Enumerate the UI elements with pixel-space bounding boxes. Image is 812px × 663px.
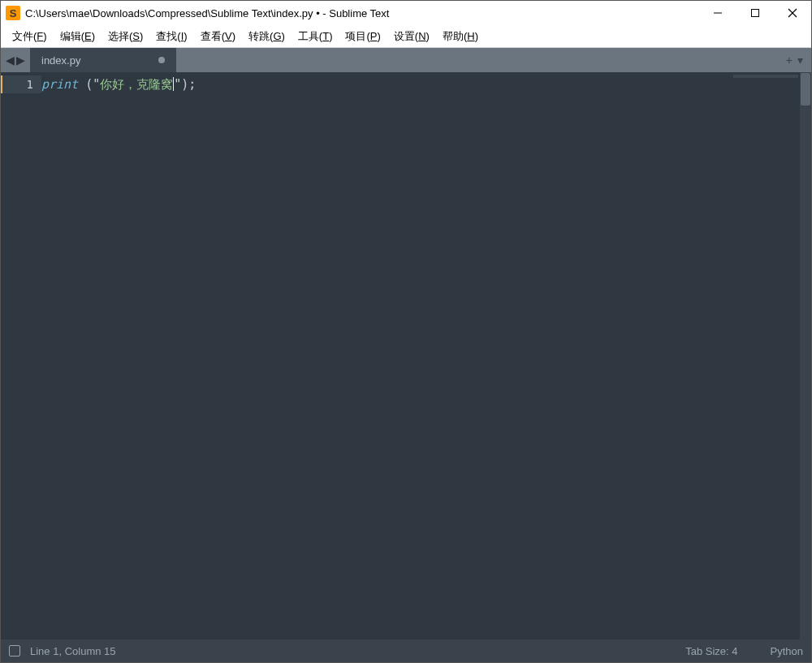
status-syntax[interactable]: Python — [771, 645, 803, 657]
vertical-scrollbar[interactable] — [800, 72, 811, 639]
window-controls — [699, 1, 811, 25]
token-function: print — [41, 77, 78, 92]
tab-index-py[interactable]: index.py — [30, 48, 176, 72]
menubar: 文件(F) 编辑(E) 选择(S) 查找(I) 查看(V) 转跳(G) 工具(T… — [1, 25, 811, 48]
tab-dropdown-icon[interactable]: ▾ — [797, 54, 803, 67]
token-quote-open: " — [93, 77, 100, 92]
status-bar: Line 1, Column 15 Tab Size: 4 Python — [1, 639, 811, 662]
token-quote-close: " — [174, 77, 181, 92]
menu-preferences[interactable]: 设置(N) — [389, 28, 434, 45]
editor: 1 print ("你好，克隆窝"); — [1, 72, 811, 639]
menu-edit[interactable]: 编辑(E) — [55, 28, 100, 45]
tab-bar: ◀ ▶ index.py + ▾ — [1, 48, 811, 72]
minimize-button[interactable] — [699, 1, 736, 25]
menu-view[interactable]: 查看(V) — [196, 28, 240, 45]
code-line-1: print ("你好，克隆窝"); — [41, 75, 811, 93]
menu-selection[interactable]: 选择(S) — [103, 28, 148, 45]
nav-back-icon[interactable]: ◀ — [6, 54, 15, 67]
tab-label: index.py — [41, 54, 80, 67]
scrollbar-thumb[interactable] — [801, 73, 810, 105]
line-number: 1 — [1, 75, 41, 93]
app-icon-letter: S — [10, 7, 17, 19]
status-position[interactable]: Line 1, Column 15 — [30, 645, 653, 657]
window-title: C:\Users\mae\Downloads\Compressed\Sublim… — [25, 7, 699, 19]
menu-goto[interactable]: 转跳(G) — [244, 28, 290, 45]
app-window: S C:\Users\mae\Downloads\Compressed\Subl… — [0, 0, 812, 663]
app-icon: S — [6, 6, 20, 20]
maximize-button[interactable] — [736, 1, 774, 25]
minimap[interactable] — [733, 75, 798, 78]
status-tab-size[interactable]: Tab Size: 4 — [685, 645, 737, 657]
svg-rect-1 — [752, 10, 759, 17]
menu-file[interactable]: 文件(F) — [7, 28, 52, 45]
token-paren-open: ( — [85, 77, 93, 92]
menu-tools[interactable]: 工具(T) — [293, 28, 338, 45]
menu-help[interactable]: 帮助(H) — [438, 28, 483, 45]
token-string: 你好，克隆窝 — [100, 77, 173, 92]
new-tab-icon[interactable]: + — [786, 54, 793, 67]
close-button[interactable] — [774, 1, 811, 25]
gutter[interactable]: 1 — [1, 72, 41, 639]
maximize-icon — [750, 8, 760, 18]
tab-nav-arrows: ◀ ▶ — [1, 48, 30, 72]
code-area[interactable]: print ("你好，克隆窝"); — [41, 72, 811, 639]
menu-find[interactable]: 查找(I) — [151, 28, 192, 45]
token-paren-close: ) — [181, 77, 188, 92]
minimize-icon — [713, 8, 723, 18]
menu-project[interactable]: 项目(P) — [340, 28, 385, 45]
close-icon — [788, 8, 797, 18]
tab-actions: + ▾ — [786, 48, 811, 72]
titlebar[interactable]: S C:\Users\mae\Downloads\Compressed\Subl… — [1, 1, 811, 25]
text-cursor — [173, 77, 174, 91]
tab-dirty-indicator-icon — [158, 57, 165, 63]
panel-switcher-icon[interactable] — [9, 645, 20, 657]
nav-forward-icon[interactable]: ▶ — [16, 54, 25, 67]
token-semicolon: ; — [188, 77, 196, 92]
